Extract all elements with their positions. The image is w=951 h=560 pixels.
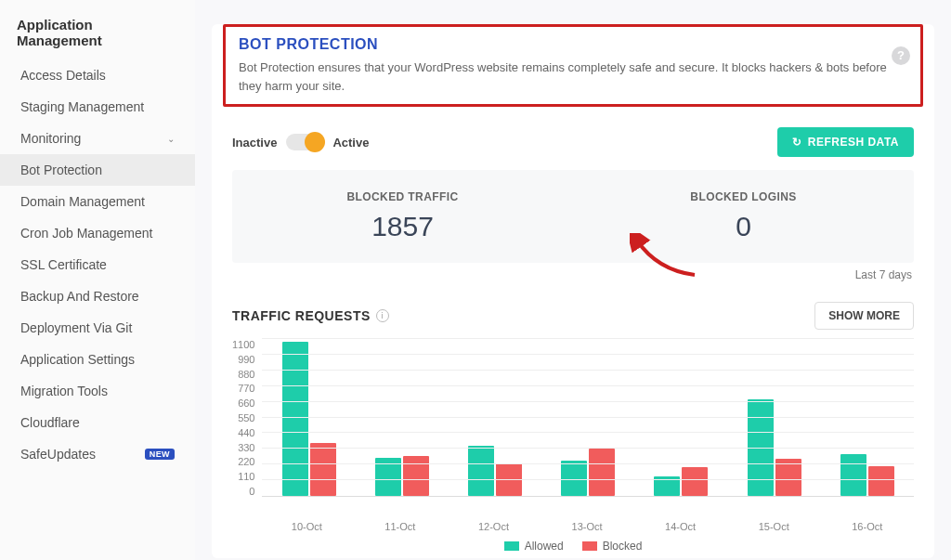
x-tick: 10-Oct (260, 515, 354, 532)
traffic-requests-chart: 11009908807706605504403302201100 10-Oct1… (212, 339, 934, 553)
bar-group (356, 339, 449, 496)
x-tick: 14-Oct (633, 515, 727, 532)
stat-value: 0 (573, 211, 914, 242)
y-tick: 330 (232, 442, 254, 453)
y-tick: 770 (232, 383, 254, 394)
sidebar-item-label: Cron Job Management (20, 226, 152, 241)
chart-legend: Allowed Blocked (232, 532, 914, 553)
toggle-label-active: Active (332, 136, 369, 150)
bar-allowed (561, 461, 587, 496)
sidebar: Application Management Access DetailsSta… (0, 0, 195, 560)
chart-y-axis: 11009908807706605504403302201100 (232, 339, 262, 497)
stat-label: BLOCKED LOGINS (573, 190, 914, 203)
sidebar-item-migration-tools[interactable]: Migration Tools (0, 375, 195, 407)
main-content: ? BOT PROTECTION Bot Protection ensures … (195, 0, 951, 560)
y-tick: 0 (232, 486, 254, 497)
sidebar-item-label: Migration Tools (20, 384, 108, 398)
bar-group (634, 339, 727, 496)
sidebar-item-label: Deployment Via Git (20, 320, 132, 335)
x-tick: 11-Oct (354, 515, 448, 532)
bar-blocked (403, 456, 429, 496)
sidebar-item-label: Application Settings (20, 352, 135, 367)
y-tick: 1100 (232, 339, 254, 350)
sidebar-item-backup-and-restore[interactable]: Backup And Restore (0, 280, 195, 312)
sidebar-item-cron-job-management[interactable]: Cron Job Management (0, 217, 195, 249)
x-tick: 12-Oct (447, 515, 541, 532)
sidebar-item-bot-protection[interactable]: Bot Protection (0, 154, 195, 186)
new-badge: NEW (145, 449, 175, 460)
stat-blocked-traffic: BLOCKED TRAFFIC 1857 (232, 190, 573, 242)
sidebar-title: Application Management (0, 9, 195, 59)
refresh-data-button[interactable]: ↻ REFRESH DATA (777, 127, 914, 157)
chart-title-text: TRAFFIC REQUESTS (232, 308, 371, 323)
chart-x-axis: 10-Oct11-Oct12-Oct13-Oct14-Oct15-Oct16-O… (260, 515, 914, 532)
stat-blocked-logins: BLOCKED LOGINS 0 (573, 190, 914, 242)
bar-allowed (282, 342, 308, 496)
sidebar-item-deployment-via-git[interactable]: Deployment Via Git (0, 312, 195, 344)
sidebar-item-label: Monitoring (20, 131, 81, 146)
bar-group (449, 339, 541, 496)
bar-group (728, 339, 821, 496)
sidebar-item-label: Bot Protection (20, 163, 102, 177)
stat-label: BLOCKED TRAFFIC (232, 190, 573, 203)
header-highlight-box: BOT PROTECTION Bot Protection ensures th… (223, 24, 923, 107)
bar-blocked (868, 466, 894, 496)
y-tick: 990 (232, 354, 254, 365)
bar-allowed (468, 446, 494, 496)
x-tick: 16-Oct (820, 515, 914, 532)
bar-group (821, 339, 914, 496)
sidebar-item-cloudflare[interactable]: Cloudflare (0, 407, 195, 438)
bar-blocked (682, 467, 708, 496)
legend-label: Allowed (525, 540, 564, 553)
sidebar-item-label: Cloudflare (20, 415, 80, 430)
sidebar-item-access-details[interactable]: Access Details (0, 59, 195, 91)
page-title: BOT PROTECTION (239, 36, 907, 53)
sidebar-item-domain-management[interactable]: Domain Management (0, 186, 195, 217)
sidebar-item-ssl-certificate[interactable]: SSL Certificate (0, 249, 195, 280)
x-tick: 15-Oct (727, 515, 821, 532)
legend-item-allowed: Allowed (504, 540, 564, 553)
bar-blocked (589, 449, 615, 496)
y-tick: 880 (232, 369, 254, 380)
sidebar-item-label: Access Details (20, 68, 106, 83)
chevron-down-icon: ⌄ (167, 134, 175, 144)
refresh-label: REFRESH DATA (808, 136, 899, 149)
y-tick: 220 (232, 456, 254, 467)
panel: ? BOT PROTECTION Bot Protection ensures … (212, 24, 934, 558)
stat-value: 1857 (232, 211, 573, 242)
y-tick: 660 (232, 397, 254, 409)
y-tick: 440 (232, 427, 254, 438)
stats-box: BLOCKED TRAFFIC 1857 BLOCKED LOGINS 0 (232, 170, 914, 263)
legend-item-blocked: Blocked (582, 540, 643, 553)
chart-plot (262, 339, 914, 497)
info-icon[interactable]: i (376, 309, 389, 322)
sidebar-item-label: SafeUpdates (20, 447, 96, 462)
chart-title: TRAFFIC REQUESTS i (232, 308, 389, 323)
page-description: Bot Protection ensures that your WordPre… (239, 59, 907, 95)
x-tick: 13-Oct (541, 515, 634, 532)
sidebar-item-safeupdates[interactable]: SafeUpdates NEW (0, 438, 195, 470)
sidebar-item-application-settings[interactable]: Application Settings (0, 344, 195, 375)
status-toggle[interactable] (286, 134, 323, 150)
period-label: Last 7 days (212, 263, 934, 281)
bar-blocked (310, 443, 336, 496)
sidebar-item-label: SSL Certificate (20, 257, 107, 272)
sidebar-item-label: Staging Management (20, 99, 144, 114)
y-tick: 110 (232, 471, 254, 482)
swatch-blocked (582, 541, 597, 551)
status-toggle-group: Inactive Active (232, 134, 369, 150)
sidebar-item-monitoring[interactable]: Monitoring⌄ (0, 123, 195, 154)
sidebar-item-label: Backup And Restore (20, 289, 139, 304)
swatch-allowed (504, 541, 519, 551)
legend-label: Blocked (603, 540, 643, 553)
toggle-label-inactive: Inactive (232, 136, 277, 150)
sidebar-item-label: Domain Management (20, 194, 145, 209)
show-more-button[interactable]: SHOW MORE (814, 302, 914, 330)
toggle-knob (305, 132, 325, 152)
refresh-icon: ↻ (792, 136, 802, 149)
help-icon[interactable]: ? (892, 46, 910, 65)
sidebar-item-staging-management[interactable]: Staging Management (0, 91, 195, 123)
bar-allowed (840, 454, 866, 496)
y-tick: 550 (232, 412, 254, 423)
bar-group (541, 339, 634, 496)
